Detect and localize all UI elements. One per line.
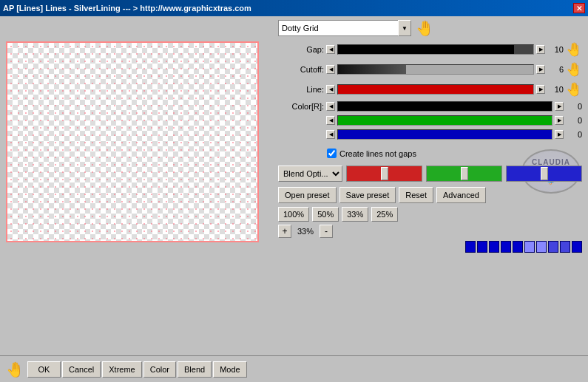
percent-row: 100% 50% 33% 25% (278, 205, 582, 223)
zoom-minus-button[interactable]: - (320, 225, 333, 238)
bottom-bar: 🤚 OK Cancel Xtreme Color Blend Mode (0, 355, 588, 382)
gap-row: Gap: ◀ ▶ 10 🤚 (278, 41, 582, 58)
gap-left-arrow[interactable]: ◀ (326, 45, 335, 54)
pct50-button[interactable]: 50% (312, 207, 339, 222)
blue-block-3 (489, 241, 499, 253)
colorr-right-arrow[interactable]: ▶ (555, 102, 564, 111)
preset-dropdown-wrapper: Dotty Grid Lines Solid Dashed ▼ (278, 20, 411, 36)
line-label: Line: (278, 85, 324, 94)
colorg-slider[interactable] (337, 115, 552, 126)
colorg-value: 0 (566, 116, 582, 125)
blue-block-2 (477, 241, 487, 253)
blend-red-slider[interactable] (346, 166, 422, 182)
cancel-button[interactable]: Cancel (62, 361, 101, 378)
line-value: 10 (547, 85, 564, 94)
xtreme-button[interactable]: Xtreme (102, 361, 141, 378)
colorb-slider[interactable] (337, 129, 552, 140)
title-bar: AP [Lines] Lines - SilverLining --- > ht… (0, 0, 588, 16)
colorb-right-arrow[interactable]: ▶ (555, 130, 564, 139)
line-right-arrow[interactable]: ▶ (536, 85, 545, 94)
cutoff-value: 6 (547, 65, 564, 74)
blend-blue-handle[interactable] (541, 167, 548, 180)
open-preset-button[interactable]: Open preset (278, 187, 337, 203)
main-content: Dotty Grid Lines Solid Dashed ▼ 🤚 Gap: ◀ (0, 16, 588, 382)
blend-blue-slider[interactable] (506, 166, 582, 182)
blue-block-1 (465, 241, 476, 253)
zoom-value: 33% (294, 227, 317, 236)
colorg-row: ◀ ▶ 0 (278, 115, 582, 126)
left-panel (6, 16, 272, 382)
color-button[interactable]: Color (143, 361, 176, 378)
blend-button[interactable]: Blend (178, 361, 212, 378)
colorb-row: ◀ ▶ 0 (278, 129, 582, 140)
zoom-row: + 33% - (278, 223, 582, 239)
colorr-row: Color[R]: ◀ ▶ 0 (278, 101, 582, 112)
blend-area: Blend Opti... (278, 166, 582, 182)
blend-options-dropdown[interactable]: Blend Opti... (278, 166, 342, 182)
line-slider[interactable] (337, 84, 534, 95)
colorg-right-arrow[interactable]: ▶ (555, 116, 564, 125)
blue-block-8 (548, 241, 558, 253)
colorb-left-arrow[interactable]: ◀ (326, 130, 335, 139)
line-hand-icon: 🤚 (566, 81, 582, 98)
blue-blocks (465, 241, 582, 253)
advanced-button[interactable]: Advanced (436, 187, 486, 203)
zoom-plus-button[interactable]: + (278, 225, 291, 238)
create-lines-checkbox[interactable] (327, 149, 337, 158)
save-preset-button[interactable]: Save preset (339, 187, 396, 203)
create-lines-label: Create lines not gaps (339, 149, 416, 158)
cutoff-label: Cutoff: (278, 65, 324, 74)
mode-button[interactable]: Mode (213, 361, 247, 378)
pct100-button[interactable]: 100% (278, 207, 309, 222)
watermark-line1: CLAUDIA (532, 158, 570, 166)
preview-canvas (6, 41, 259, 242)
gap-right-arrow[interactable]: ▶ (536, 45, 545, 54)
cutoff-right-arrow[interactable]: ▶ (536, 65, 545, 74)
blend-green-slider[interactable] (426, 166, 502, 182)
blue-block-6 (524, 241, 535, 253)
blue-block-4 (501, 241, 511, 253)
blue-block-10 (572, 241, 582, 253)
ok-hand-icon: 🤚 (6, 361, 24, 378)
colorg-left-arrow[interactable]: ◀ (326, 116, 335, 125)
gap-label: Gap: (278, 45, 324, 54)
title-bar-text: AP [Lines] Lines - SilverLining --- > ht… (3, 4, 251, 13)
preset-dropdown[interactable]: Dotty Grid Lines Solid Dashed (278, 20, 411, 36)
colorr-label: Color[R]: (278, 102, 324, 111)
dots-overlay (7, 43, 257, 241)
blue-block-7 (536, 241, 547, 253)
middle-section: Dotty Grid Lines Solid Dashed ▼ 🤚 Gap: ◀ (0, 16, 588, 382)
gap-value: 10 (547, 45, 564, 54)
hand-icon-dropdown: 🤚 (416, 19, 434, 37)
reset-button[interactable]: Reset (399, 187, 433, 203)
cutoff-row: Cutoff: ◀ ▶ 6 🤚 (278, 61, 582, 78)
cutoff-hand-icon: 🤚 (566, 61, 582, 78)
pct25-button[interactable]: 25% (371, 207, 398, 222)
blue-block-5 (513, 241, 523, 253)
blue-block-9 (560, 241, 570, 253)
blend-red-handle[interactable] (381, 167, 388, 180)
ok-button[interactable]: OK (27, 361, 61, 378)
gap-hand-icon: 🤚 (566, 41, 582, 58)
colorr-slider[interactable] (337, 101, 552, 112)
colorr-value: 0 (566, 102, 582, 111)
gap-slider[interactable] (337, 44, 534, 55)
right-controls: Dotty Grid Lines Solid Dashed ▼ 🤚 Gap: ◀ (278, 16, 582, 382)
close-button[interactable]: ✕ (573, 3, 585, 13)
blend-green-handle[interactable] (461, 167, 468, 180)
line-row: Line: ◀ ▶ 10 🤚 (278, 81, 582, 98)
pct33-button[interactable]: 33% (342, 207, 368, 222)
slider-section: Gap: ◀ ▶ 10 🤚 Cutoff: ◀ ▶ 6 🤚 (278, 41, 582, 141)
dropdown-row: Dotty Grid Lines Solid Dashed ▼ 🤚 (278, 19, 582, 37)
colorr-left-arrow[interactable]: ◀ (326, 102, 335, 111)
cutoff-slider[interactable] (337, 64, 534, 75)
colorb-value: 0 (566, 130, 582, 139)
cutoff-left-arrow[interactable]: ◀ (326, 65, 335, 74)
line-left-arrow[interactable]: ◀ (326, 85, 335, 94)
